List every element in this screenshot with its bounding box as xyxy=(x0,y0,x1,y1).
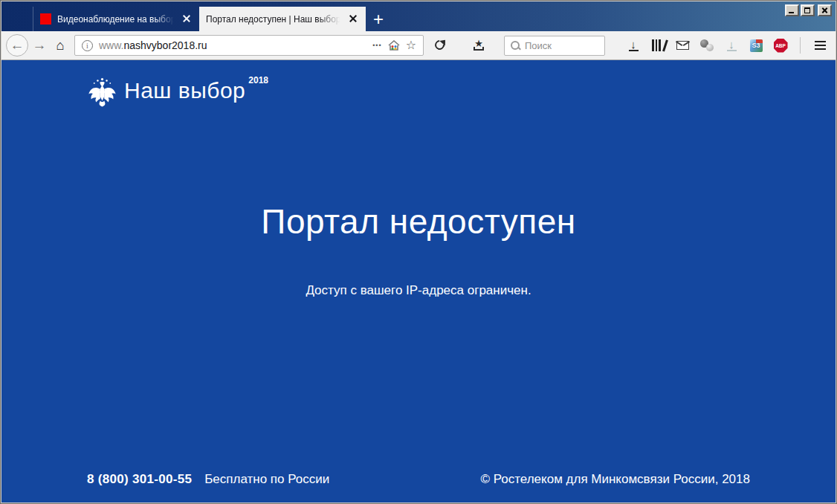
new-tab-button[interactable]: + xyxy=(366,7,391,31)
url-bar[interactable]: i www.nashvybor2018.ru ••• ☆ xyxy=(74,35,424,56)
home-button[interactable]: ⌂ xyxy=(51,34,70,56)
downloads-icon: ↓ xyxy=(629,40,639,51)
navigation-toolbar: ← → ⌂ i www.nashvybor2018.ru ••• ☆ xyxy=(1,31,836,60)
search-box[interactable] xyxy=(504,36,605,56)
logo-text: Наш выбор xyxy=(124,74,245,108)
search-icon xyxy=(510,40,520,51)
site-info-icon[interactable]: i xyxy=(82,40,93,51)
page-content: Наш выбор 2018 Портал недоступен Доступ … xyxy=(1,60,836,503)
home-icon: ⌂ xyxy=(56,38,65,54)
footer-copyright: © Ростелеком для Минкомсвязи России, 201… xyxy=(480,472,750,487)
maximize-button[interactable] xyxy=(801,4,815,16)
red-square-favicon-icon xyxy=(40,13,51,25)
bookmarks-menu-button[interactable]: ★ xyxy=(470,35,488,56)
back-arrow-icon: ← xyxy=(10,37,25,54)
mail-extension-button[interactable] xyxy=(674,35,691,56)
reload-button[interactable] xyxy=(431,35,449,56)
page-title: Портал недоступен xyxy=(261,201,575,242)
bookmark-star-icon[interactable]: ☆ xyxy=(406,39,416,51)
mail-icon xyxy=(676,41,689,50)
site-logo: Наш выбор 2018 xyxy=(86,74,836,109)
hamburger-menu-icon xyxy=(815,41,826,51)
url-host: nashvybor2018.ru xyxy=(123,39,207,51)
library-button[interactable] xyxy=(650,35,666,56)
maximize-icon xyxy=(804,7,810,13)
page-footer: 8 (800) 301-00-55 Бесплатно по России © … xyxy=(1,472,836,503)
s3-translator-button[interactable]: S3 xyxy=(748,35,764,56)
logo-year: 2018 xyxy=(248,75,268,85)
footer-phone: 8 (800) 301-00-55 xyxy=(87,472,192,487)
minimize-icon xyxy=(789,12,794,13)
url-text: www.nashvybor2018.ru xyxy=(99,39,366,51)
logo-text-wrap: Наш выбор 2018 xyxy=(124,74,268,108)
spheres-extension-button[interactable] xyxy=(699,35,715,56)
error-message-block: Портал недоступен Доступ с вашего IP-адр… xyxy=(1,109,836,472)
spheres-icon xyxy=(700,39,714,51)
tab-portal-unavailable[interactable]: Портал недоступен | Наш выбор 2018 xyxy=(199,7,366,31)
toolbar-extension-icons: ↓ ↓ S3 ABP xyxy=(625,35,828,56)
search-input[interactable] xyxy=(525,40,599,51)
page-actions-icon[interactable]: ••• xyxy=(372,42,381,49)
s3-translator-icon: S3 xyxy=(750,39,763,52)
adblock-plus-icon: ABP xyxy=(774,39,788,53)
forward-arrow-icon: → xyxy=(33,37,47,54)
tab-close-icon[interactable] xyxy=(181,13,193,25)
adblock-plus-button[interactable]: ABP xyxy=(772,35,789,56)
tab-video-surveillance[interactable]: Видеонаблюдение на выборах 2018 xyxy=(33,7,199,31)
forward-button[interactable]: → xyxy=(30,34,49,56)
titlebar: Видеонаблюдение на выборах 2018 Портал н… xyxy=(1,1,836,31)
library-icon xyxy=(652,39,664,51)
close-icon xyxy=(819,6,830,15)
minimize-button[interactable] xyxy=(785,4,799,16)
tab-close-icon[interactable] xyxy=(347,13,360,25)
download-manager-extension-button[interactable]: ↓ xyxy=(723,35,740,56)
tab-title: Видеонаблюдение на выборах 2018 xyxy=(57,14,176,25)
browser-window: Видеонаблюдение на выборах 2018 Портал н… xyxy=(0,0,837,504)
window-controls xyxy=(785,4,832,16)
footer-phone-note: Бесплатно по России xyxy=(204,472,329,487)
download-manager-icon: ↓ xyxy=(727,40,737,51)
bookmarks-tray-icon xyxy=(474,47,484,51)
back-button[interactable]: ← xyxy=(6,34,28,56)
extension-home-icon[interactable] xyxy=(388,40,400,51)
url-prefix: www. xyxy=(99,39,123,51)
menu-button[interactable] xyxy=(812,35,828,56)
tab-title: Портал недоступен | Наш выбор 2018 xyxy=(206,14,343,25)
extension-home-glyph xyxy=(388,40,400,51)
downloads-button[interactable]: ↓ xyxy=(625,35,642,56)
page-subtitle: Доступ с вашего IP-адреса ограничен. xyxy=(306,283,531,298)
toolbar-separator xyxy=(800,37,801,54)
tab-strip: Видеонаблюдение на выборах 2018 Портал н… xyxy=(1,1,391,31)
double-headed-eagle-icon xyxy=(86,75,118,109)
close-button[interactable] xyxy=(818,4,832,16)
footer-contact: 8 (800) 301-00-55 Бесплатно по России xyxy=(87,472,329,487)
